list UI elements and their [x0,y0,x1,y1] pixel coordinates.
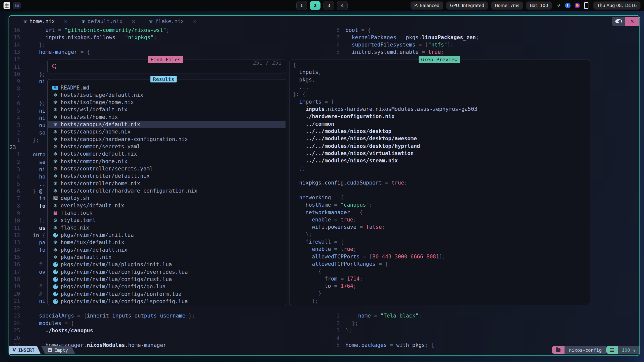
line-number: 6 [9,188,20,194]
line-content: ho [33,174,46,180]
result-row[interactable]: ❄hosts/wsl/home.nix [48,113,286,121]
result-row[interactable]: ❄home/tux/default.nix [48,239,286,246]
close-window-button[interactable]: ✕ [625,17,639,26]
shell-launcher-icon[interactable]: $W [13,2,21,9]
result-row[interactable]: flake.lock [48,209,286,217]
preview-line: ../../modules/nixos/desktop [293,128,391,135]
nix-file-icon: ❄ [52,247,59,253]
result-row[interactable]: ⚙stylua.toml [48,217,286,224]
line-number: 12 [9,232,20,238]
nix-file-icon: ❄ [52,225,59,231]
code-line: 2}; [9,320,639,328]
result-row[interactable]: ❄hosts/common/default.nix [48,150,286,158]
toggle-icon [615,19,622,23]
result-row[interactable]: ❄hosts/canopus/hardware-configuration.ni… [48,135,286,143]
result-row[interactable]: ❄flake.nix [48,224,286,231]
tab-flake.nix[interactable]: ❄flake.nix✕ [149,18,197,24]
mode-indicator: V INSERT [9,346,41,354]
editor-tabbar: ❄home.nix✕❄default.nix✕❄flake.nix✕ ✕ [9,16,639,27]
result-row[interactable]: ❄pkgs/nvim/default.nix [48,246,286,253]
nix-icon: ❄ [81,19,85,24]
line-number: 8 [9,86,20,92]
result-row[interactable]: ❄overlays/default.nix [48,202,286,209]
workspace-button-1[interactable]: 1 [296,1,307,10]
result-row[interactable]: ❄hosts/canopus/home.nix [48,128,286,135]
preview-line: ]; [293,165,306,172]
line-number: 6 [9,100,20,106]
app-grid-icon[interactable] [4,2,10,9]
flame-icon[interactable] [575,3,580,8]
line-number: 19 [9,284,20,290]
result-row[interactable]: ❄hosts/common/home.nix [48,158,286,165]
line-number: 4 [9,174,20,180]
preview-line: ../../modules/nixos/desktop/hyprland [293,143,420,150]
line-content: ]; [33,218,46,224]
file-name: overlays/default.nix [61,203,124,209]
toggle-button[interactable] [612,17,625,26]
result-row[interactable]: ❄hosts/controller/home.nix [48,180,286,187]
line-content: }; [345,320,358,326]
result-row[interactable]: ❄hosts/canopus/default.nix [48,121,286,128]
preview-line: allowedTCPPorts = [80 443 3000 6666 8081… [293,254,446,261]
tab-close-icon[interactable]: ✕ [132,19,135,24]
result-row[interactable]: ❄hosts/controller/hardware-configuration… [48,187,286,195]
file-name: hosts/canopus/home.nix [61,129,131,135]
result-row[interactable]: pkgs/nvim/nvim/lua/plugins/init.lua [48,261,286,268]
line-number: 8 [9,203,20,209]
yaml-file-icon: ⚙ [52,166,59,171]
result-row[interactable]: ❄hosts/isoImage/default.nix [48,91,286,99]
tab-close-icon[interactable]: ✕ [64,19,68,24]
line-content: .. [33,181,46,187]
result-row[interactable]: pkgs/nvim/nvim/init.lua [48,232,286,239]
preview-line: ../../modules/nixos/steam.nix [293,158,398,165]
result-row[interactable]: ⚙hosts/common/secrets.yaml [48,143,286,150]
result-row[interactable]: M↓README.md [48,84,286,91]
tab-list: ❄home.nix✕❄default.nix✕❄flake.nix✕ [23,18,210,24]
preview-line: ]; [293,298,318,305]
result-row[interactable]: pkgs/nvim/nvim/lua/configs/overrides.lua [48,268,286,276]
statusline: V INSERT Empty nixos-config 100 % [9,346,639,354]
line-number: 9 [9,78,20,84]
topbar-left: $W [4,2,21,9]
tab-home.nix[interactable]: ❄home.nix✕ [23,18,68,24]
mode-label: INSERT [18,347,34,353]
results-list: M↓README.md❄hosts/isoImage/default.nix❄h… [47,79,286,305]
text-cursor [61,63,61,70]
line-content: supportedFilesystems = ["ntfs"]; [345,42,454,48]
line-number: 9 [9,210,20,216]
line-content: ni [33,108,46,114]
result-row[interactable]: pkgs/nvim/nvim/lua/configs/rust.lua [48,276,286,283]
lua-file-icon [52,284,59,289]
workspace-button-4[interactable]: 4 [337,1,348,10]
result-row[interactable]: ❄hosts/wsl/default.nix [48,106,286,113]
workspace-button-2[interactable]: 2 [310,1,320,10]
nix-file-icon: ❄ [52,239,59,245]
line-number: 13 [9,240,20,246]
file-name: pkgs/nvim/nvim/lua/configs/conform.lua [61,291,181,297]
preview-line: { [293,268,321,276]
phone-icon[interactable] [584,2,588,9]
file-name: hosts/wsl/home.nix [61,114,118,120]
preview-line: ... [293,84,309,91]
find-files-title: Find Files [148,56,183,63]
tab-default.nix[interactable]: ❄default.nix✕ [81,18,135,24]
result-row[interactable]: >_deploy.sh [48,195,286,202]
line-content: ni [33,78,46,84]
tab-label: default.nix [88,18,123,24]
result-row[interactable]: ❄hosts/controller/default.nix [48,172,286,180]
line-content: fo [33,203,46,209]
result-row[interactable]: pkgs/nvim/nvim/lua/configs/go.lua [48,283,286,290]
lock-file-icon [52,211,59,215]
result-row[interactable]: ❄hosts/isoImage/home.nix [48,99,286,106]
result-row[interactable]: ⚙hosts/controller/secrets.yaml [48,165,286,172]
bluetooth-icon[interactable]: ᛒ [565,3,571,8]
result-row[interactable]: pkgs/nvim/nvim/lua/configs/lspconfig.lua [48,298,286,305]
vim-icon: V [13,347,16,352]
window-controls: ✕ [612,17,639,26]
result-row[interactable]: pkgs/nvim/nvim/lua/configs/conform.lua [48,290,286,298]
tab-close-icon[interactable]: ✕ [193,19,197,24]
scissors-icon[interactable]: ✂ [555,2,562,9]
file-name: deploy.sh [61,195,89,201]
result-row[interactable]: ❄pkgs/default.nix [48,254,286,261]
workspace-button-3[interactable]: 3 [324,1,334,10]
